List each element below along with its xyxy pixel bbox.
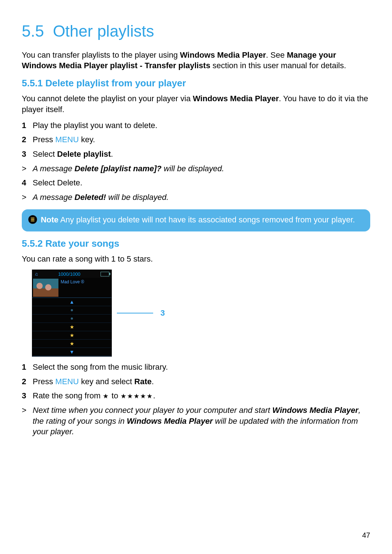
dot-icon bbox=[71, 309, 73, 311]
text: Select bbox=[33, 149, 57, 159]
result-prefix: > bbox=[22, 192, 33, 203]
subsection-number: 5.5.2 bbox=[22, 238, 43, 249]
list-row: ▼ bbox=[32, 348, 111, 356]
step-number: 4 bbox=[22, 177, 33, 188]
list-row-selected: ★ bbox=[32, 323, 111, 331]
text: . bbox=[153, 391, 155, 400]
text: . bbox=[111, 149, 113, 159]
list-row bbox=[32, 306, 111, 315]
result-text: Next time when you connect your player t… bbox=[33, 405, 370, 437]
step: 3 Select Delete playlist. bbox=[22, 149, 370, 160]
subsection-number: 5.5.1 bbox=[22, 78, 43, 89]
section-title-text: Other playlists bbox=[53, 22, 154, 40]
battery-icon bbox=[101, 272, 109, 276]
step-number: 3 bbox=[22, 390, 33, 401]
text-bold: Deleted! bbox=[74, 193, 106, 202]
player-nowplaying: Mad Love ® bbox=[32, 278, 111, 297]
step-number: 1 bbox=[22, 120, 33, 131]
step-number: 2 bbox=[22, 376, 33, 387]
text-bold: Delete playlist bbox=[57, 149, 111, 159]
result-line: > A message Deleted! will be displayed. bbox=[22, 192, 370, 203]
section-number: 5.5 bbox=[22, 22, 44, 40]
text: Press bbox=[33, 135, 55, 144]
note-box: Note Any playlist you delete will not ha… bbox=[22, 209, 370, 232]
menu-keyword: MENU bbox=[55, 377, 79, 386]
result-text: A message Deleted! will be displayed. bbox=[33, 192, 169, 203]
player-status-bar: ♫ 1000/1000 bbox=[32, 270, 111, 278]
subsection-heading: 5.5.1 Delete playlist from your player bbox=[22, 78, 370, 89]
sub1-paragraph: You cannot delete the playlist on your p… bbox=[22, 93, 370, 115]
text: A message bbox=[33, 193, 74, 202]
result-prefix: > bbox=[22, 163, 33, 174]
arrow-up-icon: ▲ bbox=[69, 299, 74, 305]
text: You cannot delete the playlist on your p… bbox=[22, 94, 193, 103]
result-line: > Next time when you connect your player… bbox=[22, 405, 370, 437]
text: key and select bbox=[79, 377, 134, 386]
note-label: Note bbox=[41, 215, 58, 224]
star-icon: ★ bbox=[70, 324, 74, 329]
text: to bbox=[109, 391, 121, 400]
dot-icon bbox=[71, 317, 73, 320]
step: 1 Select the song from the music library… bbox=[22, 362, 370, 373]
text: . See bbox=[266, 50, 287, 59]
text-bold: Windows Media Player bbox=[193, 94, 279, 103]
text: Press bbox=[33, 377, 55, 386]
text: A message bbox=[33, 164, 74, 173]
note-icon bbox=[28, 215, 37, 224]
text-bold: Windows Media Player bbox=[127, 416, 213, 426]
text: will be displayed. bbox=[106, 193, 168, 202]
section-heading: 5.5 Other playlists bbox=[22, 22, 370, 41]
result-text: A message Delete [playlist name]? will b… bbox=[33, 163, 224, 174]
text-bold: Windows Media Player bbox=[272, 406, 358, 415]
text: . bbox=[152, 377, 154, 386]
sub2-steps: 1 Select the song from the music library… bbox=[22, 362, 370, 401]
step: 4 Select Delete. bbox=[22, 177, 370, 188]
arrow-down-icon: ▼ bbox=[69, 349, 74, 355]
subsection-title: Delete playlist from your player bbox=[45, 78, 186, 89]
step-text: Press MENU key and select Rate. bbox=[33, 376, 370, 387]
star-icon: ★ bbox=[70, 333, 74, 338]
player-figure: ♫ 1000/1000 Mad Love ® ▲ ★ ★ ★ ▼ 3 bbox=[32, 270, 370, 357]
step-number: 3 bbox=[22, 149, 33, 160]
player-mock: ♫ 1000/1000 Mad Love ® ▲ ★ ★ ★ ▼ bbox=[32, 270, 112, 357]
menu-keyword: MENU bbox=[55, 135, 79, 144]
list-row: ▲ bbox=[32, 298, 111, 306]
list-row: ★ bbox=[32, 331, 111, 340]
step: 1 Play the playlist you want to delete. bbox=[22, 120, 370, 131]
result-prefix: > bbox=[22, 405, 33, 437]
sub1-steps-cont: 4 Select Delete. bbox=[22, 177, 370, 188]
text-bold: Windows Media Player bbox=[180, 50, 266, 59]
step-number: 2 bbox=[22, 134, 33, 145]
text: Next time when you connect your player t… bbox=[33, 406, 272, 415]
step-text: Play the playlist you want to delete. bbox=[33, 120, 370, 131]
sub2-intro: You can rate a song with 1 to 5 stars. bbox=[22, 254, 370, 264]
now-playing-title: Mad Love ® bbox=[58, 278, 86, 286]
sub1-steps: 1 Play the playlist you want to delete. … bbox=[22, 120, 370, 160]
step: 2 Press MENU key. bbox=[22, 134, 370, 145]
star-icon: ★★★★★ bbox=[121, 393, 153, 400]
page-number: 47 bbox=[362, 531, 370, 539]
player-rating-list: ▲ ★ ★ ★ ▼ bbox=[32, 297, 111, 356]
intro-paragraph: You can transfer playlists to the player… bbox=[22, 50, 370, 71]
list-row: ★ bbox=[32, 340, 111, 348]
album-art-icon bbox=[33, 279, 58, 297]
text: You can transfer playlists to the player… bbox=[22, 50, 180, 59]
player-counter: 1000/1000 bbox=[58, 271, 80, 277]
star-icon: ★ bbox=[70, 341, 74, 346]
step-text: Select the song from the music library. bbox=[33, 362, 370, 373]
step-text: Rate the song from ★ to ★★★★★. bbox=[33, 390, 370, 401]
step-text: Select Delete playlist. bbox=[33, 149, 370, 160]
step-text: Select Delete. bbox=[33, 177, 370, 188]
list-row bbox=[32, 315, 111, 323]
subsection-heading: 5.5.2 Rate your songs bbox=[22, 238, 370, 249]
step: 2 Press MENU key and select Rate. bbox=[22, 376, 370, 387]
text: Rate the song from bbox=[33, 391, 103, 400]
star-icon: ★ bbox=[103, 393, 109, 400]
step: 3 Rate the song from ★ to ★★★★★. bbox=[22, 390, 370, 401]
step-text: Press MENU key. bbox=[33, 134, 370, 145]
text-bold: Delete [playlist name]? bbox=[74, 164, 162, 173]
music-icon: ♫ bbox=[34, 271, 38, 277]
text: key. bbox=[79, 135, 95, 144]
result-line: > A message Delete [playlist name]? will… bbox=[22, 163, 370, 174]
subsection-title: Rate your songs bbox=[45, 238, 119, 249]
